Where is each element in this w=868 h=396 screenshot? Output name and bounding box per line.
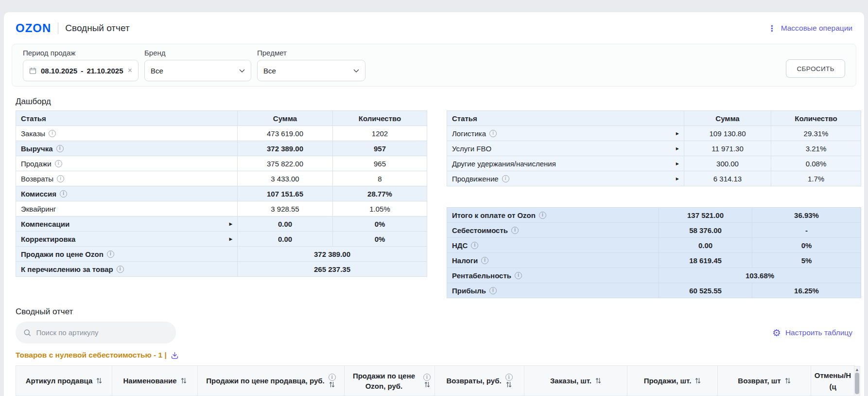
row-sum: 18 619.45	[659, 253, 752, 268]
sort-icon[interactable]	[695, 378, 701, 384]
scrollbar-thumb[interactable]	[855, 373, 859, 394]
row-qty: 16.25%	[752, 283, 861, 298]
calendar-icon	[29, 67, 36, 74]
table-row: Выручкаi372 389.00957	[16, 141, 427, 156]
info-icon[interactable]: i	[49, 130, 56, 137]
date-range-input[interactable]: 08.10.2025 - 21.10.2025 ×	[23, 60, 139, 81]
info-icon[interactable]: i	[489, 130, 497, 137]
info-icon[interactable]: i	[107, 251, 114, 258]
bulk-operations-button[interactable]: ⋮ Массовые операции	[768, 24, 852, 33]
kebab-menu-icon: ⋮	[768, 24, 776, 33]
dashboard-right-column: СтатьяСуммаКоличествоЛогистикаi▶109 130.…	[447, 110, 861, 298]
row-qty: 29.31%	[771, 126, 861, 141]
brand-value: Все	[151, 67, 163, 75]
column-label: (ц	[829, 381, 836, 392]
expand-arrow-icon[interactable]: ▶	[676, 177, 679, 181]
subject-select[interactable]: Все	[257, 60, 365, 81]
row-sum: 6 314.13	[684, 171, 771, 186]
row-sum: 0.00	[238, 232, 333, 247]
column-header-2[interactable]: Наименование	[112, 366, 198, 396]
column-label: Наименование	[123, 376, 176, 386]
row-label: Корректировка	[21, 235, 75, 243]
info-icon[interactable]: i	[117, 266, 124, 273]
date-range-value: 08.10.2025 - 21.10.2025	[41, 67, 123, 75]
row-label: Продажи	[21, 160, 52, 168]
column-header-3[interactable]: Продажи по цене продавца, руб.i	[198, 366, 345, 396]
info-icon[interactable]: i	[329, 374, 336, 381]
table-row: Другие удержания/начисления▶300.000.08%	[447, 156, 861, 171]
zero-cost-link[interactable]: Товаров с нулевой себестоимостью - 1 |	[16, 351, 852, 360]
sort-icon[interactable]	[96, 378, 102, 384]
expand-arrow-icon[interactable]: ▶	[229, 222, 232, 226]
report-toolbar: ⚙ Настроить таблицу	[16, 322, 852, 343]
info-icon[interactable]: i	[515, 272, 522, 279]
row-sum: 11 971.30	[684, 141, 771, 156]
top-bar: OZON Сводный отчет ⋮ Массовые операции	[12, 19, 856, 37]
ozon-logo[interactable]: OZON	[16, 21, 51, 35]
chevron-down-icon	[239, 69, 245, 72]
expand-arrow-icon[interactable]: ▶	[229, 237, 232, 241]
row-qty: 8	[333, 171, 427, 186]
column-label: Возвраты, руб.	[446, 376, 501, 386]
info-icon[interactable]: i	[423, 374, 431, 381]
sort-icon[interactable]	[329, 381, 335, 388]
column-label: Заказы, шт.	[550, 376, 591, 386]
column-header-6[interactable]: Заказы, шт.	[524, 366, 627, 396]
expand-arrow-icon[interactable]: ▶	[676, 162, 679, 166]
clear-date-icon[interactable]: ×	[128, 66, 132, 75]
info-icon[interactable]: i	[511, 227, 519, 234]
row-sum: 300.00	[684, 156, 771, 171]
info-icon[interactable]: i	[55, 160, 62, 167]
vertical-scrollbar[interactable]: ▲	[854, 366, 860, 396]
row-sum: 137 521.00	[659, 208, 752, 223]
configure-table-button[interactable]: ⚙ Настроить таблицу	[772, 328, 852, 338]
column-header-8[interactable]: Возврат, шт	[718, 366, 811, 396]
info-icon[interactable]: i	[481, 257, 488, 264]
download-icon[interactable]	[171, 351, 179, 360]
info-icon[interactable]: i	[489, 287, 497, 294]
row-label: Комиссия	[21, 190, 56, 198]
scroll-up-icon[interactable]: ▲	[856, 368, 858, 372]
sort-icon[interactable]	[424, 381, 430, 388]
table-row: Компенсации▶0.000%	[16, 216, 427, 232]
chevron-down-icon	[353, 69, 359, 72]
info-icon[interactable]: i	[539, 212, 546, 219]
info-icon[interactable]: i	[60, 190, 67, 198]
info-icon[interactable]: i	[502, 175, 509, 182]
row-sum: 0.00	[238, 216, 333, 232]
column-header-5[interactable]: Возвраты, руб.i	[435, 366, 524, 396]
expand-arrow-icon[interactable]: ▶	[676, 131, 679, 136]
expand-arrow-icon[interactable]: ▶	[676, 146, 679, 151]
reset-button[interactable]: СБРОСИТЬ	[786, 59, 845, 78]
row-label: Другие удержания/начисления	[452, 160, 556, 168]
column-header-9[interactable]: Отмены/Н(ц	[811, 366, 855, 396]
info-icon[interactable]: i	[57, 175, 64, 182]
column-header: Сумма	[684, 111, 771, 126]
table-row: Продажи по цене Ozoni372 389.00	[16, 247, 427, 262]
column-header-4[interactable]: Продажи по цене Ozon, руб.i	[345, 366, 435, 396]
search-input[interactable]	[36, 328, 168, 337]
subject-field: Предмет Все	[257, 49, 365, 81]
row-qty: 3.21%	[771, 141, 861, 156]
row-label: Эквайринг	[21, 205, 56, 213]
sort-icon[interactable]	[181, 378, 187, 384]
brand-select[interactable]: Все	[144, 60, 251, 81]
sort-icon[interactable]	[785, 378, 791, 384]
table-row: Корректировка▶0.000%	[16, 232, 427, 247]
row-sum: 3 433.00	[238, 171, 333, 186]
dashboard-totals-table: Итого к оплате от Ozoni137 521.0036.93%С…	[447, 207, 861, 298]
table-row: Логистикаi▶109 130.8029.31%	[447, 126, 861, 141]
dashboard-section: СтатьяСуммаКоличествоЗаказыi473 619.0012…	[16, 110, 856, 298]
report-header-row: Артикул продавцаНаименованиеПродажи по ц…	[16, 366, 855, 396]
info-icon[interactable]: i	[471, 242, 478, 249]
sort-icon[interactable]	[506, 381, 512, 388]
dashboard-title: Дашборд	[16, 97, 852, 107]
row-value: 372 389.00	[238, 247, 427, 262]
column-header-1[interactable]: Артикул продавца	[16, 366, 112, 396]
info-icon[interactable]: i	[56, 145, 64, 152]
info-icon[interactable]: i	[505, 374, 513, 381]
column-header-7[interactable]: Продажи, шт.	[627, 366, 718, 396]
subject-value: Все	[263, 67, 276, 75]
table-row: НДСi0.000%	[447, 238, 861, 253]
sort-icon[interactable]	[595, 378, 601, 384]
